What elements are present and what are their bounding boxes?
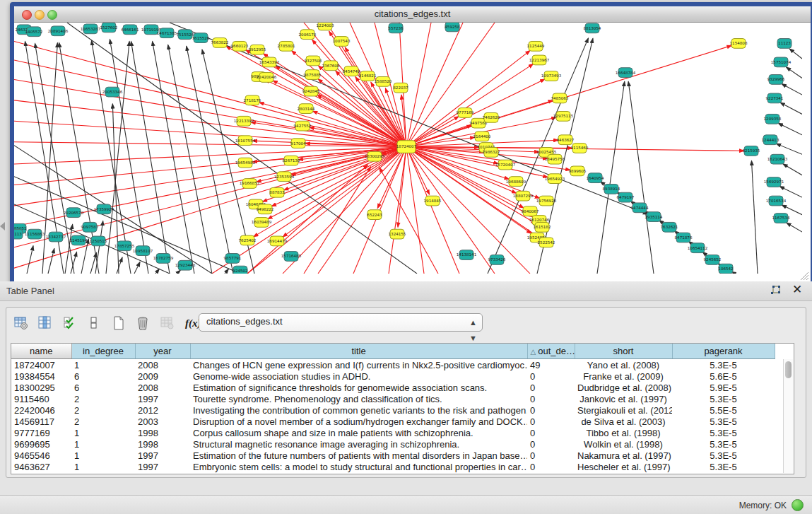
- graph-node[interactable]: 9733426: [488, 255, 506, 265]
- column-header-year[interactable]: year: [135, 344, 190, 359]
- graph-node[interactable]: 9427552: [294, 121, 312, 131]
- graph-node[interactable]: 18495756: [545, 154, 565, 164]
- graph-node[interactable]: 2803144: [298, 104, 315, 114]
- table-cell[interactable]: 1998: [135, 438, 190, 450]
- table-cell[interactable]: Franke et al. (2009): [575, 370, 672, 382]
- table-cell[interactable]: 0: [527, 382, 575, 393]
- table-cell[interactable]: Estimation of significance thresholds fo…: [190, 382, 527, 393]
- table-cell[interactable]: 0: [527, 427, 575, 438]
- table-row[interactable]: 911546021997Tourette syndrome. Phenomeno…: [11, 393, 775, 404]
- table-cell[interactable]: Genome-wide association studies in ADHD.: [190, 370, 527, 382]
- vertical-scrollbar[interactable]: [783, 359, 793, 473]
- graph-node[interactable]: 10654112: [688, 243, 707, 253]
- table-cell[interactable]: 5.3E-5: [672, 461, 775, 472]
- graph-node[interactable]: 9899605: [569, 166, 587, 176]
- graph-node[interactable]: 11156863: [25, 229, 45, 239]
- table-row[interactable]: 1830029562008Estimation of significance …: [11, 382, 775, 393]
- graph-node[interactable]: 16543392: [259, 57, 279, 67]
- table-cell[interactable]: 2: [71, 404, 135, 416]
- scrollbar-thumb[interactable]: [785, 361, 792, 378]
- graph-node[interactable]: 14138141: [457, 250, 477, 260]
- graph-node[interactable]: 8267130: [283, 156, 300, 165]
- graph-node[interactable]: 2935114: [645, 212, 663, 222]
- graph-node[interactable]: 652243: [367, 210, 382, 220]
- table-cell[interactable]: 0: [527, 416, 575, 427]
- graph-node[interactable]: 1209358: [764, 114, 782, 124]
- graph-node[interactable]: 2164400: [473, 132, 491, 141]
- graph-node[interactable]: 9857791: [224, 254, 242, 264]
- table-cell[interactable]: 0: [527, 370, 575, 382]
- table-cell[interactable]: 5.3E-5: [672, 438, 775, 450]
- table-cell[interactable]: 9699695: [11, 438, 71, 450]
- table-cell[interactable]: 5.3E-5: [672, 359, 775, 371]
- rows-icon[interactable]: [85, 314, 103, 332]
- graph-node[interactable]: 917004: [290, 139, 306, 148]
- graph-node[interactable]: 15751074: [771, 57, 792, 67]
- graph-node[interactable]: 8912955: [249, 45, 266, 54]
- graph-node[interactable]: 1244413: [762, 135, 779, 145]
- table-cell[interactable]: 14569117: [11, 416, 71, 427]
- table-cell[interactable]: Disruption of a novel member of a sodium…: [190, 416, 527, 427]
- table-row[interactable]: 977716911998Corpus callosum shape and si…: [11, 427, 775, 438]
- graph-node[interactable]: 15720407: [495, 160, 516, 170]
- table-cell[interactable]: 0: [527, 393, 575, 404]
- table-cell[interactable]: 0: [527, 450, 575, 461]
- table-cell[interactable]: 19384554: [11, 370, 71, 382]
- column-header-in_degree[interactable]: in_degree: [71, 344, 135, 359]
- table-cell[interactable]: 1: [71, 438, 135, 450]
- table-cell[interactable]: 5.3E-5: [672, 450, 775, 461]
- graph-node[interactable]: 17359924: [94, 204, 114, 214]
- graph-node[interactable]: 12353594: [274, 172, 295, 182]
- graph-node[interactable]: 9327508: [305, 56, 322, 66]
- table-cell[interactable]: 0: [527, 461, 575, 472]
- graph-node[interactable]: 1154808: [730, 39, 748, 49]
- graph-node[interactable]: 1224003: [317, 23, 334, 30]
- float-window-icon[interactable]: [770, 285, 782, 296]
- table-cell[interactable]: 9777169: [11, 427, 71, 438]
- table-cell[interactable]: 5.3E-5: [672, 416, 775, 427]
- table-cell[interactable]: 1: [71, 461, 135, 472]
- table-cell[interactable]: 1: [71, 450, 135, 461]
- graph-node[interactable]: 9840067: [522, 206, 539, 216]
- table-cell[interactable]: 22420046: [11, 404, 71, 416]
- table-cell[interactable]: 1997: [135, 393, 190, 404]
- graph-node[interactable]: 1125449: [527, 41, 545, 51]
- column-header-name[interactable]: name: [11, 344, 71, 359]
- table-cell[interactable]: 5.3E-5: [672, 393, 775, 404]
- graph-node[interactable]: 8215935: [743, 146, 760, 156]
- table-cell[interactable]: 1998: [135, 427, 190, 438]
- graph-node[interactable]: 12213967: [529, 55, 550, 65]
- table-cell[interactable]: 49: [527, 359, 575, 371]
- graph-node[interactable]: 93113: [14, 229, 23, 239]
- graph-node[interactable]: 8813054: [584, 23, 601, 33]
- graph-node[interactable]: 19654982: [235, 158, 255, 168]
- graph-node[interactable]: 1250515: [90, 236, 107, 246]
- graph-node[interactable]: 1324155: [389, 229, 406, 239]
- table-cell[interactable]: 0: [527, 438, 575, 450]
- close-panel-icon[interactable]: ✕: [791, 284, 804, 296]
- table-cell[interactable]: 9465546: [11, 450, 71, 461]
- table-cell[interactable]: 5.3E-5: [672, 427, 775, 438]
- table-cell[interactable]: 5.6E-5: [672, 370, 775, 382]
- window-titlebar[interactable]: citations_edges.txt: [14, 6, 811, 23]
- memory-status-icon[interactable]: [792, 499, 804, 511]
- graph-node[interactable]: 18107554: [235, 136, 256, 146]
- column-header-short[interactable]: short: [575, 344, 672, 359]
- table-cell[interactable]: Tibbo et al. (1998): [575, 427, 672, 438]
- graph-node[interactable]: 887833: [269, 187, 285, 197]
- graph-node[interactable]: 924502: [233, 266, 247, 274]
- graph-node[interactable]: 9777169: [457, 108, 474, 118]
- table-row[interactable]: 946554611997Estimation of the future num…: [11, 450, 775, 461]
- graph-node[interactable]: 9474444: [631, 203, 649, 213]
- table-row[interactable]: 1938455462009Genome-wide association stu…: [11, 370, 775, 382]
- graph-node[interactable]: 1640954: [587, 173, 604, 183]
- graph-node[interactable]: 12213392: [234, 116, 254, 126]
- table-cell[interactable]: 2003: [135, 416, 190, 427]
- graph-node[interactable]: 17857255: [114, 241, 135, 251]
- graph-node[interactable]: 2367608: [322, 61, 340, 71]
- table-cell[interactable]: 1997: [135, 461, 190, 472]
- graph-node[interactable]: 1167534: [772, 214, 790, 223]
- graph-node[interactable]: 1405572: [25, 27, 43, 37]
- graph-node[interactable]: 7663822: [211, 38, 229, 48]
- table-cell[interactable]: Investigating the contribution of common…: [190, 404, 527, 416]
